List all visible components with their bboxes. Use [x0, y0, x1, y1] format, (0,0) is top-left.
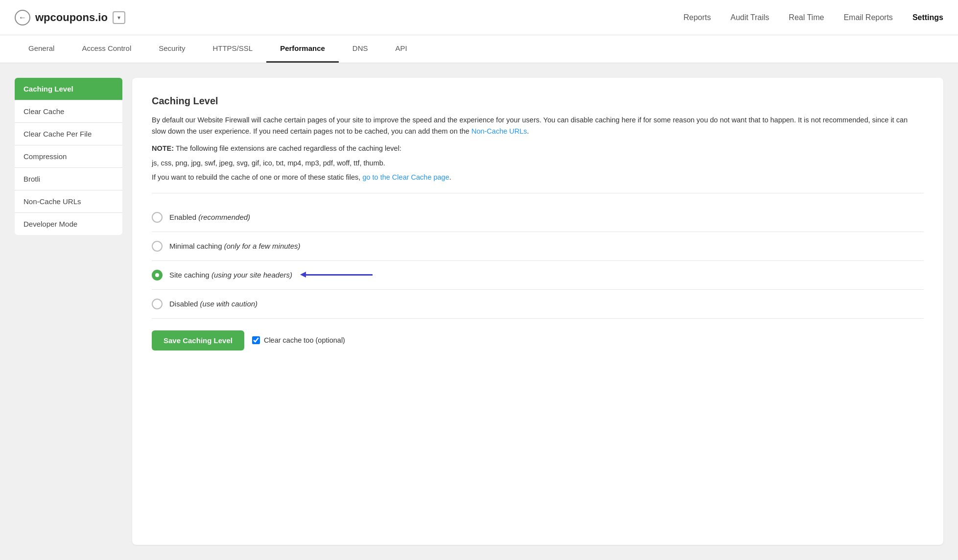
sidebar-item-caching-level[interactable]: Caching Level	[15, 78, 122, 100]
sidebar-item-developer-mode[interactable]: Developer Mode	[15, 213, 122, 235]
nav-real-time[interactable]: Real Time	[789, 13, 824, 22]
sidebar-item-compression[interactable]: Compression	[15, 145, 122, 168]
nav-audit-trails[interactable]: Audit Trails	[730, 13, 769, 22]
radio-disabled-label: Disabled (use with caution)	[169, 300, 257, 308]
main-layout: Caching Level Clear Cache Clear Cache Pe…	[0, 63, 958, 560]
panel-description: By default our Website Firewall will cac…	[152, 115, 924, 137]
tab-performance[interactable]: Performance	[266, 35, 339, 63]
radio-enabled-label: Enabled (recommended)	[169, 213, 250, 221]
panel-clear-cache-note: If you want to rebuild the cache of one …	[152, 172, 924, 183]
radio-option-site-caching[interactable]: Site caching (using your site headers)	[152, 261, 924, 290]
non-cache-urls-link[interactable]: Non-Cache URLs	[471, 127, 527, 135]
sidebar-item-clear-cache[interactable]: Clear Cache	[15, 100, 122, 123]
sidebar-item-brotli[interactable]: Brotli	[15, 168, 122, 190]
divider-top	[152, 193, 924, 193]
content-panel: Caching Level By default our Website Fir…	[132, 78, 943, 545]
radio-minimal-label: Minimal caching (only for a few minutes)	[169, 242, 301, 250]
radio-minimal[interactable]	[152, 241, 163, 252]
panel-extensions: js, css, png, jpg, swf, jpeg, svg, gif, …	[152, 158, 924, 169]
clear-cache-checkbox-text: Clear cache too (optional)	[264, 336, 345, 344]
panel-note: NOTE: The following file extensions are …	[152, 143, 924, 154]
radio-option-disabled[interactable]: Disabled (use with caution)	[152, 290, 924, 319]
tab-dns[interactable]: DNS	[339, 35, 382, 63]
clear-cache-page-link[interactable]: go to the Clear Cache page	[362, 173, 449, 181]
header-nav: Reports Audit Trails Real Time Email Rep…	[683, 13, 943, 22]
header-left: ← wpcoupons.io ▾	[15, 10, 683, 25]
nav-email-reports[interactable]: Email Reports	[843, 13, 892, 22]
tab-access-control[interactable]: Access Control	[68, 35, 145, 63]
back-button[interactable]: ←	[15, 10, 30, 25]
radio-option-minimal[interactable]: Minimal caching (only for a few minutes)	[152, 232, 924, 261]
clear-cache-checkbox[interactable]	[252, 336, 260, 344]
site-title: wpcoupons.io	[35, 11, 108, 24]
header: ← wpcoupons.io ▾ Reports Audit Trails Re…	[0, 0, 958, 35]
radio-site-caching-label: Site caching (using your site headers)	[169, 271, 292, 279]
site-dropdown-button[interactable]: ▾	[113, 11, 125, 24]
tab-api[interactable]: API	[382, 35, 421, 63]
radio-site-caching[interactable]	[152, 270, 163, 280]
arrow-line	[304, 274, 373, 276]
radio-option-enabled[interactable]: Enabled (recommended)	[152, 203, 924, 232]
nav-reports[interactable]: Reports	[683, 13, 711, 22]
save-area: Save Caching Level Clear cache too (opti…	[152, 330, 924, 350]
subnav: General Access Control Security HTTPS/SS…	[0, 35, 958, 63]
sidebar-item-non-cache-urls[interactable]: Non-Cache URLs	[15, 190, 122, 213]
sidebar: Caching Level Clear Cache Clear Cache Pe…	[15, 78, 122, 545]
tab-https-ssl[interactable]: HTTPS/SSL	[199, 35, 266, 63]
panel-title: Caching Level	[152, 95, 924, 107]
clear-cache-checkbox-label[interactable]: Clear cache too (optional)	[252, 336, 345, 344]
tab-general[interactable]: General	[15, 35, 68, 63]
save-caching-level-button[interactable]: Save Caching Level	[152, 330, 244, 350]
arrow-annotation	[304, 274, 373, 276]
radio-enabled[interactable]	[152, 212, 163, 223]
tab-security[interactable]: Security	[145, 35, 199, 63]
radio-disabled[interactable]	[152, 299, 163, 309]
sidebar-item-clear-cache-per-file[interactable]: Clear Cache Per File	[15, 123, 122, 145]
nav-settings[interactable]: Settings	[912, 13, 943, 22]
